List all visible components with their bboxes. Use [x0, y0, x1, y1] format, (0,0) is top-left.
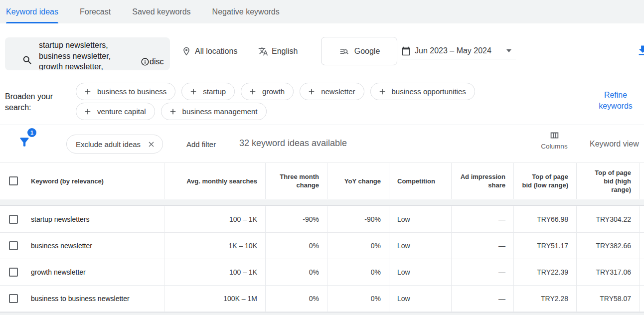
language-selector[interactable]: English [258, 45, 298, 58]
column-header-label: Top of page bid (high range) [585, 168, 631, 194]
download-icon[interactable] [636, 44, 644, 57]
chip-label: growth [262, 87, 285, 96]
filter-count-badge: 1 [27, 128, 36, 137]
cell-yoy_change: 0% [327, 286, 389, 312]
locations-selector[interactable]: All locations [181, 45, 237, 58]
cell-avg_monthly_searches: 100 – 1K [164, 206, 266, 232]
column-header-ad-impression-share[interactable]: Ad impression share [452, 163, 514, 199]
search-icon [22, 55, 33, 66]
cell-yoy_change: 0% [327, 259, 389, 285]
divider [0, 77, 644, 77]
network-selector[interactable]: Google [321, 37, 397, 65]
plus-icon [83, 87, 92, 96]
search-keyword-line: growth newsletter, [39, 61, 111, 70]
filter-funnel-icon[interactable] [18, 136, 31, 149]
cell-competition: Low [389, 286, 452, 312]
table-bottom-strip [0, 312, 644, 315]
column-header-label: Competition [397, 177, 435, 185]
tab-keyword-ideas[interactable]: Keyword ideas [6, 0, 58, 23]
cell-keyword: growth newsletter [0, 259, 164, 285]
cell-ad_impression_share: — [452, 206, 514, 232]
broaden-chip-growth[interactable]: growth [241, 83, 294, 100]
date-range-selector[interactable]: Jun 2023 – May 2024 [401, 43, 516, 59]
columns-button[interactable]: Columns [539, 130, 570, 150]
translate-icon [258, 46, 268, 56]
keyword-view-selector[interactable]: Keyword view [590, 140, 639, 149]
tab-negative-keywords[interactable]: Negative keywords [212, 0, 280, 23]
broaden-chip-newsletter[interactable]: newsletter [300, 83, 364, 100]
column-header-top-of-page-bid-low-range[interactable]: Top of page bid (low range) [514, 163, 577, 199]
cell-top_bid_high: TRY58.07 [577, 286, 640, 312]
column-header-label: Keyword (by relevance) [31, 177, 104, 185]
row-checkbox[interactable] [9, 241, 18, 250]
cell-keyword: startup newsletters [0, 206, 164, 232]
search-info-label: disc [150, 57, 163, 66]
broaden-chip-startup[interactable]: startup [181, 83, 235, 100]
table-row-startup-newsletters: startup newsletters100 – 1K-90%-90%Low—T… [0, 206, 644, 233]
refine-keywords-button[interactable]: Refine keywords [591, 90, 641, 112]
table-row-business-to-business-newsletter: business to business newsletter100K – 1M… [0, 286, 644, 312]
cell-top_bid_low: TRY22.39 [514, 259, 577, 285]
row-checkbox[interactable] [9, 268, 18, 277]
column-header-label: Avg. monthly searches [186, 177, 257, 185]
network-label: Google [354, 47, 380, 56]
cell-ad_impression_share: — [452, 233, 514, 259]
row-checkbox[interactable] [9, 215, 18, 224]
cell-top_bid_low: TRY2.28 [514, 286, 577, 312]
chip-label: startup [203, 87, 226, 96]
broaden-chip-business-to-business[interactable]: business to business [76, 83, 175, 100]
table-scroll-band[interactable] [0, 200, 644, 206]
search-keyword-line: business newsletter, [39, 51, 111, 62]
broaden-chip-business-management[interactable]: business management [161, 103, 267, 120]
chip-label: business management [182, 107, 258, 116]
cell-three_month_change: 0% [266, 259, 327, 285]
cell-yoy_change: -90% [327, 206, 389, 232]
tab-forecast[interactable]: Forecast [80, 0, 111, 23]
column-header-top-of-page-bid-high-range[interactable]: Top of page bid (high range) [577, 163, 640, 199]
chip-label: business to business [97, 87, 166, 96]
column-header-competition[interactable]: Competition [389, 163, 452, 199]
search-keywords-text[interactable]: startup newsletters,business newsletter,… [39, 40, 111, 70]
plus-icon [168, 107, 177, 116]
broaden-chip-venture-capital[interactable]: venture capital [76, 103, 155, 120]
chip-label: venture capital [97, 107, 146, 116]
cell-top_bid_low: TRY66.98 [514, 206, 577, 232]
cell-avg_monthly_searches: 1K – 10K [164, 233, 266, 259]
add-filter-button[interactable]: Add filter [186, 140, 216, 149]
columns-label: Columns [541, 143, 567, 150]
plus-icon [378, 87, 387, 96]
cell-three_month_change: 0% [266, 286, 327, 312]
column-header-avg-monthly-searches[interactable]: Avg. monthly searches [164, 163, 266, 199]
keyword-planner-page: Keyword ideasForecastSaved keywordsNegat… [0, 0, 644, 315]
active-filter-chip[interactable]: Exclude adult ideas [66, 135, 163, 154]
tab-saved-keywords[interactable]: Saved keywords [132, 0, 190, 23]
search-keyword-line: startup newsletters, [39, 40, 111, 51]
keyword-text: business newsletter [31, 242, 92, 250]
cell-competition: Low [389, 233, 452, 259]
keyword-search-box[interactable]: startup newsletters,business newsletter,… [5, 37, 170, 70]
close-icon[interactable] [147, 140, 156, 149]
cell-ad_impression_share: — [452, 259, 514, 285]
column-header-label: YoY change [344, 177, 381, 185]
table-row-business-newsletter: business newsletter1K – 10K0%0%Low—TRY51… [0, 233, 644, 259]
cell-three_month_change: 0% [266, 233, 327, 259]
cell-top_bid_low: TRY51.17 [514, 233, 577, 259]
broaden-search-label: Broaden your search: [5, 91, 70, 113]
table-header-row: Keyword (by relevance)Avg. monthly searc… [0, 162, 644, 199]
chip-label: newsletter [321, 87, 355, 96]
plus-icon [83, 107, 92, 116]
divider [0, 125, 644, 125]
column-header-yoy-change[interactable]: YoY change [327, 163, 389, 199]
search-info[interactable]: disc [141, 57, 170, 66]
column-header-three-month-change[interactable]: Three month change [266, 163, 327, 199]
cell-three_month_change: -90% [266, 206, 327, 232]
row-checkbox[interactable] [9, 294, 18, 303]
active-filter-label: Exclude adult ideas [76, 140, 141, 149]
select-all-checkbox[interactable] [9, 176, 18, 185]
column-header-keyword-by-relevance[interactable]: Keyword (by relevance) [0, 163, 164, 199]
cell-keyword: business newsletter [0, 233, 164, 259]
cell-yoy_change: 0% [327, 233, 389, 259]
broaden-chip-business-opportunities[interactable]: business opportunities [370, 83, 475, 100]
cell-keyword: business to business newsletter [0, 286, 164, 312]
columns-icon [549, 130, 560, 141]
